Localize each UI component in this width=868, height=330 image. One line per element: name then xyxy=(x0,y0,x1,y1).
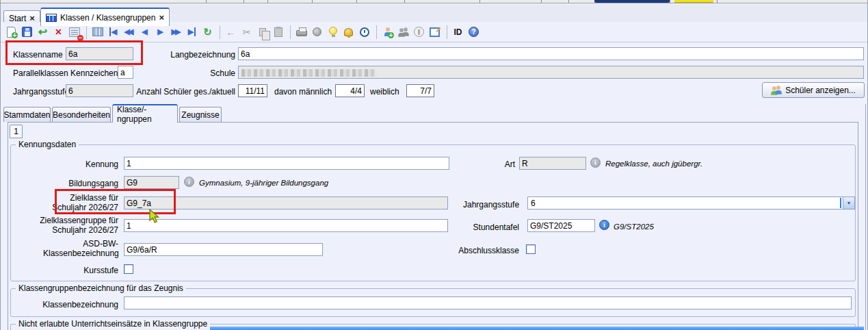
jahrgangsstufe-label: Jahrgangsstufe xyxy=(13,87,69,97)
copy-table-icon[interactable] xyxy=(90,25,105,39)
students-group-icon xyxy=(396,25,410,39)
notification-bell-icon[interactable] xyxy=(341,25,356,39)
paste-icon xyxy=(271,25,285,39)
window-tabbar: Start × Klassen / Klassengruppen × xyxy=(1,4,868,22)
art-label: Art xyxy=(473,160,515,169)
tab-klassen-klassengruppen[interactable]: Klassen / Klassengruppen × xyxy=(40,8,170,26)
asd-bw-label: ASD-BW-Klassenbezeichnung xyxy=(43,239,118,258)
bildungsgang-label: Bildungsgang xyxy=(42,179,118,188)
save-button[interactable] xyxy=(20,25,34,39)
page-tab-1[interactable]: 1 xyxy=(10,125,23,138)
klassenbezeichnung-field[interactable] xyxy=(124,296,852,309)
abschlussklasse-label: Abschlussklasse xyxy=(455,246,519,255)
previous-record-button[interactable]: ◀ xyxy=(137,25,152,39)
tab-besonderheiten[interactable]: Besonderheiten xyxy=(52,107,111,122)
zielklassengruppe-field[interactable] xyxy=(124,219,448,232)
first-record-button[interactable]: ◀ xyxy=(106,25,120,39)
tab-stammdaten[interactable]: Stammdaten xyxy=(3,107,51,122)
info-icon: i xyxy=(590,157,601,168)
tab-zeugnisse[interactable]: Zeugnisse xyxy=(179,107,222,122)
abschlussklasse-checkbox[interactable] xyxy=(526,244,536,254)
kennung-field[interactable] xyxy=(124,157,449,170)
kennung-label: Kennung xyxy=(42,160,118,169)
info-icon[interactable]: i xyxy=(599,220,609,230)
app-window: Start × Klassen / Klassengruppen × + ↩ ×… xyxy=(0,0,868,330)
toolbar-separator xyxy=(86,25,87,39)
asd-bw-field[interactable] xyxy=(124,243,323,256)
maennlich-label: davon männlich xyxy=(274,87,332,97)
cropped-yellow-button xyxy=(674,0,713,3)
text-caret xyxy=(840,198,841,208)
art-field[interactable] xyxy=(519,157,586,170)
horizontal-scrollbar[interactable] xyxy=(210,327,864,330)
zielklasse-label: Zielklasse für Schuljahr 2026/27 xyxy=(43,193,118,212)
edit-note-icon[interactable] xyxy=(428,25,442,39)
klassenname-label: Klassenname xyxy=(13,50,63,60)
zeugnis-legend: Klassengruppenbezeichnung für das Zeugni… xyxy=(16,283,186,293)
export-icon xyxy=(310,25,324,39)
kennungsdaten-legend: Kennungsdaten xyxy=(16,140,79,149)
close-icon[interactable]: × xyxy=(29,14,35,23)
settings-circle-icon[interactable]: ∥ xyxy=(412,25,426,39)
klassenname-field[interactable] xyxy=(66,47,133,60)
reminder-clock-icon[interactable] xyxy=(357,25,371,39)
weiblich-field xyxy=(406,84,434,97)
chevron-down-icon[interactable]: ▼ xyxy=(843,197,854,209)
jahrgangsstufe-combobox-value: 6 xyxy=(531,199,536,208)
nicht-erlaubte-legend: Nicht erlaubte Unterrichtseinsätze in Kl… xyxy=(16,319,210,329)
parallelklassen-label: Parallelklassen Kennzeichen xyxy=(13,68,118,78)
schueler-anzeigen-button[interactable]: Schüler anzeigen... xyxy=(762,82,865,98)
weiblich-label: weiblich xyxy=(370,87,399,97)
zielklasse-field[interactable] xyxy=(124,196,448,210)
add-student-icon[interactable]: + xyxy=(380,25,395,39)
tab-klasse-ngruppen[interactable]: Klasse/-ngruppen xyxy=(112,104,178,123)
refresh-icon[interactable]: ↻ xyxy=(200,25,215,39)
next-record-button[interactable]: ▶ xyxy=(153,25,168,39)
table-icon xyxy=(46,14,57,22)
delete-icon[interactable]: × xyxy=(51,25,66,39)
new-record-button[interactable]: + xyxy=(4,25,18,39)
stundentafel-hint: G9/ST2025 xyxy=(614,223,654,231)
jahrgangsstufe-detail-label: Jahrgangsstufe xyxy=(463,200,519,210)
parallelklassen-field[interactable] xyxy=(118,66,133,79)
schueler-anzeigen-label: Schüler anzeigen... xyxy=(785,86,856,95)
bildungsgang-field[interactable] xyxy=(124,176,179,189)
print-icon[interactable] xyxy=(294,25,308,39)
cut-icon: ✂ xyxy=(239,25,254,39)
stundentafel-field[interactable] xyxy=(527,219,595,232)
right-edge-line xyxy=(865,104,866,330)
maennlich-field xyxy=(335,84,365,97)
toolbar-separator xyxy=(376,25,377,39)
tab-main-label: Klassen / Klassengruppen xyxy=(60,13,155,23)
undo-icon[interactable]: ↩ xyxy=(36,25,50,39)
students-icon xyxy=(771,86,782,95)
hint-lightbulb-icon[interactable] xyxy=(326,25,340,39)
copy-icon xyxy=(255,25,269,39)
toolbar-separator xyxy=(447,25,447,39)
id-button[interactable]: ID xyxy=(451,25,465,39)
schule-field xyxy=(238,66,864,79)
langbezeichnung-field[interactable] xyxy=(238,47,864,60)
toolbar-separator xyxy=(220,25,220,39)
schule-label: Schule xyxy=(137,68,235,78)
zielklassengruppe-label: Zielklassengruppe für Schuljahr 2026/27 xyxy=(35,216,118,235)
fast-forward-button[interactable]: ▶▶ xyxy=(169,25,183,39)
discard-form-icon[interactable]: − xyxy=(67,25,81,39)
klassenbezeichnung-label: Klassenbezeichnung xyxy=(42,300,118,309)
stundentafel-label: Stundentafel xyxy=(470,223,519,232)
mouse-cursor xyxy=(148,209,161,224)
toolbar-separator xyxy=(290,25,291,39)
fast-back-button[interactable]: ◀◀ xyxy=(122,25,136,39)
langbezeichnung-label: Langbezeichnung xyxy=(137,50,235,60)
kursstufe-checkbox[interactable] xyxy=(124,264,133,274)
close-icon[interactable]: × xyxy=(159,14,164,22)
last-record-button[interactable]: ▶ xyxy=(185,25,199,39)
navigate-back-icon: ← xyxy=(224,25,238,39)
kursstufe-label: Kursstufe xyxy=(76,266,118,275)
cropped-navy-button xyxy=(594,0,670,3)
jahrgangsstufe-combobox[interactable]: 6 ▼ xyxy=(527,196,855,210)
top-edge-strip xyxy=(1,0,868,3)
anzahl-schueler-field xyxy=(238,84,267,97)
help-icon[interactable]: ? xyxy=(466,25,481,39)
jahrgangsstufe-field[interactable] xyxy=(66,84,133,97)
